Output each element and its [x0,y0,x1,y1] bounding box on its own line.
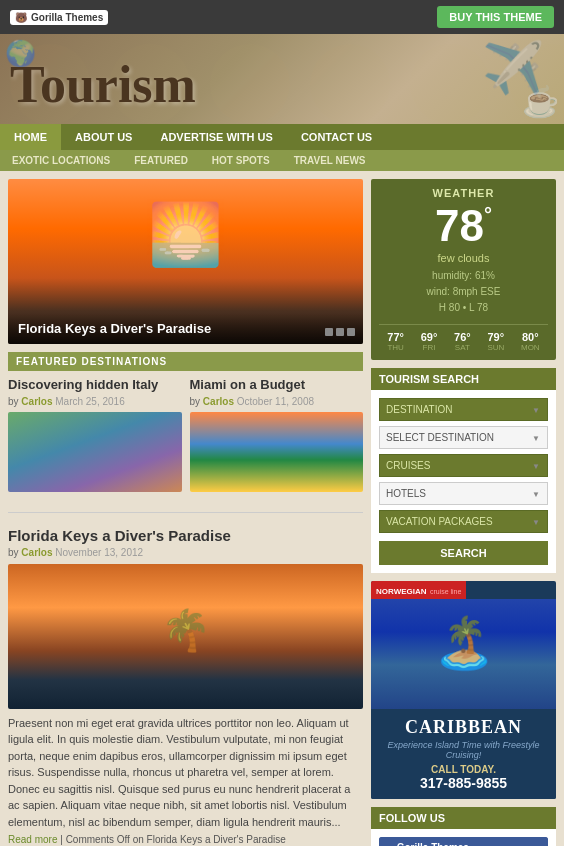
ad-image[interactable] [371,599,556,709]
buy-theme-button[interactable]: BUY THIS THEME [437,6,554,28]
ad-tagline: Experience Island Time with Freestyle Cr… [379,740,548,760]
hero-image[interactable]: Florida Keys a Diver's Paradise [8,179,363,344]
ad-box: NORWEGIAN cruise line CARIBBEAN Experien… [371,581,556,799]
search-button[interactable]: SEARCH [379,541,548,565]
logo-area: 🐻 Gorilla Themes [10,10,108,25]
featured-img-italy [8,412,182,492]
weather-humidity: humidity: 61% [379,268,548,284]
destination-wrapper: DESTINATION [379,398,548,421]
header-banner: ✈️ ☕ 🌍 Tourism [0,34,564,124]
label-fri: FRI [421,343,438,352]
fb-info: Gorilla Themes 5,543 likes · like this [397,842,478,846]
follow-box: FOLLOW US f Gorilla Themes 5,543 likes ·… [371,807,556,846]
read-more-link-florida[interactable]: Read more [8,834,57,845]
author-italy: Carlos [21,396,52,407]
hero-dot-2[interactable] [336,328,344,336]
featured-meta-italy: by Carlos March 25, 2016 [8,396,182,407]
featured-title-italy[interactable]: Discovering hidden Italy [8,377,182,393]
hotels-select[interactable]: HOTELS [379,482,548,505]
divider-1 [8,512,363,513]
weather-wind: wind: 8mph ESE [379,284,548,300]
article-florida-keys: Florida Keys a Diver's Paradise by Carlo… [8,527,363,846]
ad-call-text: CALL TODAY. [379,764,548,775]
hero-dots [325,328,355,336]
miami-image [190,412,364,492]
ad-phone[interactable]: 317-885-9855 [379,775,548,791]
sub-nav: EXOTIC LOCATIONS FEATURED HOT SPOTS TRAV… [0,150,564,171]
subnav-hotspots[interactable]: HOT SPOTS [200,150,282,171]
author-florida: Carlos [21,547,52,558]
temp-sun: 79° [487,331,504,343]
top-bar: 🐻 Gorilla Themes BUY THIS THEME [0,0,564,34]
hotels-wrapper: HOTELS [379,482,548,505]
date-florida: November 13, 2012 [55,547,143,558]
bear-icon: 🐻 [15,12,27,23]
facebook-widget: f Gorilla Themes 5,543 likes · like this… [379,837,548,846]
right-column: WEATHER 78° few clouds humidity: 61% win… [371,179,556,846]
main-content: Florida Keys a Diver's Paradise FEATURED… [0,171,564,846]
date-italy: March 25, 2016 [55,396,125,407]
temp-sat: 76° [454,331,471,343]
logo-text: Gorilla Themes [31,12,103,23]
comments-florida: Comments Off on Florida Keys a Diver's P… [66,834,286,845]
nav-item-advertise[interactable]: ADVERTISE WITH US [146,124,286,150]
ad-logo-text: NORWEGIAN [376,587,427,596]
select-destination-wrapper: SELECT DESTINATION [379,426,548,449]
subnav-featured[interactable]: FEATURED [122,150,200,171]
weather-day-sat: 76° SAT [454,331,471,352]
weather-temp: 78° [379,204,548,248]
cruises-select[interactable]: CRUISES [379,454,548,477]
subnav-travelnews[interactable]: TRAVEL NEWS [282,150,378,171]
weather-box: WEATHER 78° few clouds humidity: 61% win… [371,179,556,360]
vacation-wrapper: VACATION PACKAGES [379,510,548,533]
fb-header: f Gorilla Themes 5,543 likes · like this [379,837,548,846]
label-mon: MON [521,343,540,352]
article-body-florida: Praesent non mi eget erat gravida ultric… [8,715,363,831]
italy-image [8,412,182,492]
search-title: TOURISM SEARCH [371,368,556,390]
temp-thu: 77° [387,331,404,343]
weather-day-sun: 79° SUN [487,331,504,352]
site-title: Tourism [10,59,554,111]
label-thu: THU [387,343,404,352]
label-sat: SAT [454,343,471,352]
hero-caption: Florida Keys a Diver's Paradise [18,321,353,336]
follow-title: FOLLOW US [371,807,556,829]
temp-mon: 80° [521,331,540,343]
ad-subtitle-text: cruise line [430,588,462,595]
ad-logo-bar: NORWEGIAN cruise line [371,581,466,599]
fb-page-name: Gorilla Themes [397,842,478,846]
weather-title: WEATHER [379,187,548,199]
ad-title: CARIBBEAN [379,717,548,738]
weather-details: humidity: 61% wind: 8mph ESE H 80 • L 78 [379,268,548,316]
temp-fri: 69° [421,331,438,343]
featured-meta-miami: by Carlos October 11, 2008 [190,396,364,407]
nav-item-about[interactable]: ABOUT US [61,124,146,150]
article-meta-florida: by Carlos November 13, 2012 [8,547,363,558]
author-miami: Carlos [203,396,234,407]
weather-description: few clouds [379,252,548,264]
article-title-florida[interactable]: Florida Keys a Diver's Paradise [8,527,363,544]
featured-item-miami: Miami on a Budget by Carlos October 11, … [190,377,364,492]
cruises-wrapper: CRUISES [379,454,548,477]
weather-day-thu: 77° THU [387,331,404,352]
article-image-florida [8,564,363,709]
hero-dot-1[interactable] [325,328,333,336]
label-sun: SUN [487,343,504,352]
featured-title-miami[interactable]: Miami on a Budget [190,377,364,393]
logo-bear: 🐻 Gorilla Themes [10,10,108,25]
nav-item-home[interactable]: HOME [0,124,61,150]
nav-item-contact[interactable]: CONTACT US [287,124,386,150]
select-destination-dropdown[interactable]: SELECT DESTINATION [379,426,548,449]
weather-forecast-row: 77° THU 69° FRI 76° SAT 79° SUN 80° MO [379,324,548,352]
destination-select[interactable]: DESTINATION [379,398,548,421]
ad-content: CARIBBEAN Experience Island Time with Fr… [371,709,556,799]
featured-item-italy: Discovering hidden Italy by Carlos March… [8,377,182,492]
vacation-select[interactable]: VACATION PACKAGES [379,510,548,533]
left-column: Florida Keys a Diver's Paradise FEATURED… [8,179,363,846]
featured-section: FEATURED DESTINATIONS Discovering hidden… [8,352,363,498]
hero-dot-3[interactable] [347,328,355,336]
weather-hilo: H 80 • L 78 [379,300,548,316]
weather-day-mon: 80° MON [521,331,540,352]
subnav-exotic[interactable]: EXOTIC LOCATIONS [0,150,122,171]
